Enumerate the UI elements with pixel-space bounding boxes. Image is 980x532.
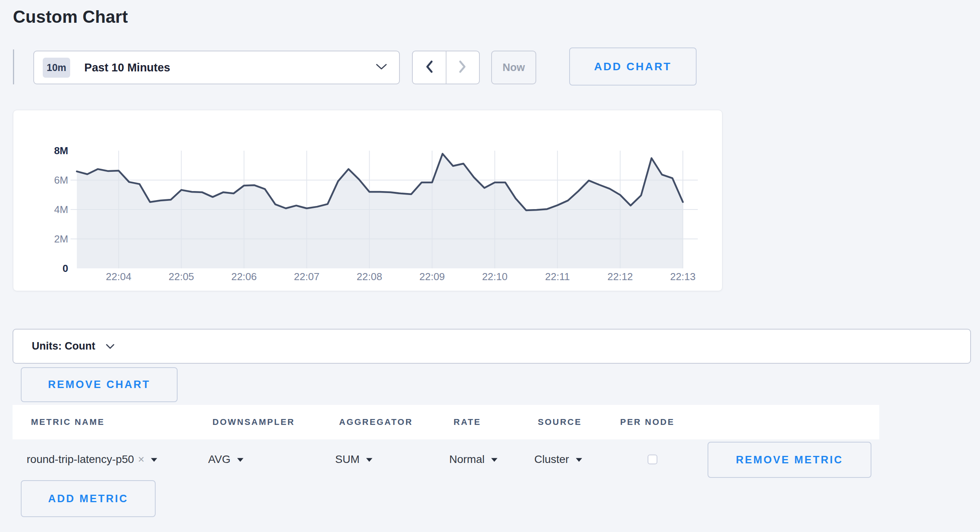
now-button[interactable]: Now [491, 51, 536, 84]
time-range-badge: 10m [43, 58, 70, 78]
aggregator-value: SUM [335, 453, 359, 466]
caret-down-icon [575, 457, 583, 464]
column-header-aggregator: AGGREGATOR [339, 417, 413, 427]
svg-text:4M: 4M [54, 204, 68, 215]
svg-text:22:05: 22:05 [169, 271, 194, 282]
time-forward-button[interactable] [446, 51, 479, 84]
per-node-checkbox[interactable] [648, 455, 657, 465]
rate-value: Normal [449, 453, 485, 466]
remove-token-icon[interactable]: × [138, 453, 144, 466]
chevron-left-icon [425, 60, 434, 75]
metric-name-value: round-trip-latency-p50 [27, 453, 134, 466]
svg-text:22:12: 22:12 [608, 271, 633, 282]
chevron-right-icon [458, 60, 467, 75]
units-label: Units: Count [32, 340, 95, 352]
time-range-label: Past 10 Minutes [84, 61, 170, 74]
rate-select[interactable]: Normal [449, 453, 498, 466]
svg-text:22:13: 22:13 [670, 271, 695, 282]
column-header-source: SOURCE [538, 417, 582, 427]
caret-down-icon [491, 457, 498, 464]
add-chart-button[interactable]: ADD CHART [569, 47, 697, 86]
svg-text:2M: 2M [54, 233, 68, 245]
svg-text:6M: 6M [54, 174, 68, 186]
svg-text:22:11: 22:11 [545, 271, 570, 282]
remove-chart-button[interactable]: REMOVE CHART [21, 367, 178, 402]
metric-table-header: METRIC NAME DOWNSAMPLER AGGREGATOR RATE … [13, 405, 879, 439]
svg-text:22:04: 22:04 [106, 271, 131, 282]
svg-text:22:06: 22:06 [231, 271, 257, 282]
chevron-down-icon [376, 64, 387, 72]
downsampler-value: AVG [208, 453, 230, 466]
page-title: Custom Chart [13, 7, 128, 27]
time-range-dropdown[interactable]: 10m Past 10 Minutes [33, 51, 400, 84]
svg-text:22:09: 22:09 [419, 271, 445, 282]
column-header-rate: RATE [454, 417, 481, 427]
svg-text:8M: 8M [54, 145, 68, 157]
caret-down-icon [366, 457, 373, 464]
downsampler-select[interactable]: AVG [208, 453, 244, 466]
source-value: Cluster [534, 453, 569, 466]
column-header-per-node: PER NODE [620, 417, 675, 427]
column-header-metric-name: METRIC NAME [31, 417, 105, 427]
add-metric-button[interactable]: ADD METRIC [21, 480, 156, 517]
svg-text:22:10: 22:10 [482, 271, 508, 282]
remove-metric-button[interactable]: REMOVE METRIC [708, 442, 871, 478]
caret-down-icon [151, 457, 158, 464]
svg-text:22:07: 22:07 [294, 271, 319, 282]
column-header-downsampler: DOWNSAMPLER [212, 417, 295, 427]
svg-text:0: 0 [63, 262, 68, 274]
units-dropdown[interactable]: Units: Count [13, 329, 971, 364]
source-select[interactable]: Cluster [534, 453, 583, 466]
time-shift-button-group [412, 51, 480, 84]
caret-down-icon [237, 457, 244, 464]
aggregator-select[interactable]: SUM [335, 453, 373, 466]
custom-chart-svg: 8M6M4M2M022:0422:0522:0622:0722:0822:092… [13, 110, 722, 291]
metric-name-select[interactable]: round-trip-latency-p50 × [27, 453, 158, 466]
time-back-button[interactable] [413, 51, 446, 84]
svg-text:22:08: 22:08 [357, 271, 382, 282]
chevron-down-icon [105, 344, 115, 351]
toolbar-accent-divider [13, 49, 14, 84]
custom-chart-panel: 8M6M4M2M022:0422:0522:0622:0722:0822:092… [13, 110, 722, 291]
